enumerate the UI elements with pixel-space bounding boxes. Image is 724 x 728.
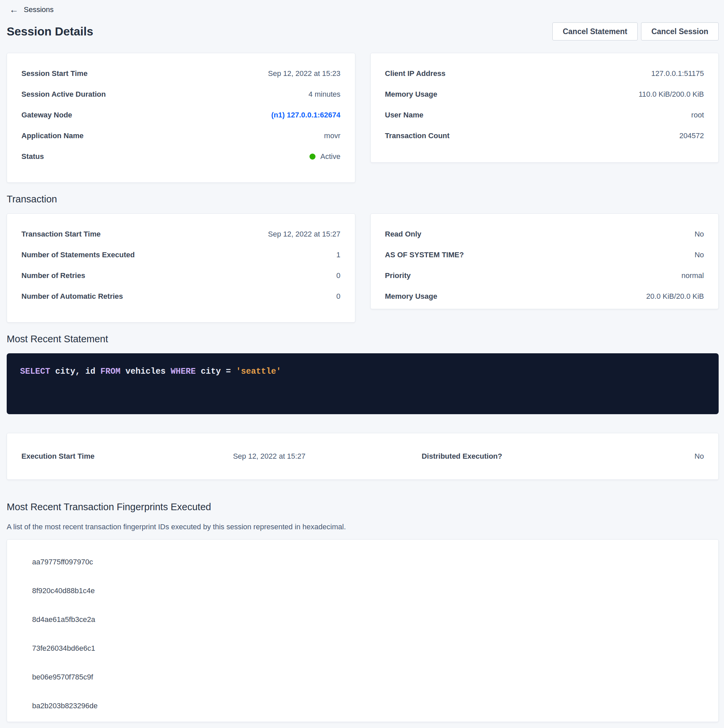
action-buttons: Cancel Statement Cancel Session <box>553 22 719 40</box>
detail-value: 1 <box>336 251 340 259</box>
detail-label: Priority <box>385 271 411 280</box>
detail-value: 20.0 KiB/20.0 KiB <box>646 292 704 301</box>
detail-label: User Name <box>385 111 424 119</box>
session-details-page: ← Sessions Session Details Cancel Statem… <box>0 0 724 722</box>
tx-memory-usage-row: Memory Usage 20.0 KiB/20.0 KiB <box>385 286 704 307</box>
detail-label: Status <box>21 152 44 161</box>
transaction-section-heading: Transaction <box>7 193 719 205</box>
user-name-row: User Name root <box>385 105 704 125</box>
automatic-retries-row: Number of Automatic Retries 0 <box>21 286 341 307</box>
detail-label: Memory Usage <box>385 90 438 99</box>
distributed-execution-label: Distributed Execution? <box>383 452 568 461</box>
sql-keyword: FROM <box>100 367 121 376</box>
detail-label: Session Start Time <box>21 69 88 78</box>
detail-value: Sep 12, 2022 at 15:27 <box>268 230 341 239</box>
detail-label: Session Active Duration <box>21 90 106 99</box>
fingerprints-section-heading: Most Recent Transaction Fingerprints Exe… <box>7 501 719 512</box>
retries-row: Number of Retries 0 <box>21 265 341 286</box>
status-badge: Active <box>309 152 341 161</box>
fingerprint-id: ba2b203b823296de <box>32 691 718 720</box>
read-only-row: Read Only No <box>385 224 704 245</box>
transaction-card-right: Read Only No AS OF SYSTEM TIME? No Prior… <box>370 213 719 309</box>
detail-label: Application Name <box>21 132 84 140</box>
detail-label: Transaction Count <box>385 132 450 140</box>
sql-statement-box: SELECT city, id FROM vehicles WHERE city… <box>7 353 719 414</box>
status-active-dot-icon <box>309 154 315 160</box>
as-of-system-time-row: AS OF SYSTEM TIME? No <box>385 245 704 265</box>
application-name-row: Application Name movr <box>21 125 341 146</box>
detail-value: 127.0.0.1:51175 <box>651 69 704 78</box>
fingerprint-id: be06e9570f785c9f <box>32 663 718 691</box>
detail-label: AS OF SYSTEM TIME? <box>385 251 464 259</box>
detail-value: 4 minutes <box>308 90 340 99</box>
detail-value: 0 <box>336 271 340 280</box>
sql-statement-text: SELECT city, id FROM vehicles WHERE city… <box>20 367 705 376</box>
sql-keyword: SELECT <box>20 367 50 376</box>
sql-string-literal: 'seattle' <box>236 367 281 376</box>
detail-label: Number of Automatic Retries <box>21 292 123 301</box>
detail-label: Transaction Start Time <box>21 230 101 239</box>
detail-label: Client IP Address <box>385 69 445 78</box>
fingerprint-id: 8d4ae61a5fb3ce2a <box>32 605 718 634</box>
execution-start-time-label: Execution Start Time <box>21 452 233 461</box>
title-row: Session Details Cancel Statement Cancel … <box>7 21 719 41</box>
status-value: Active <box>320 152 341 161</box>
sql-keyword: WHERE <box>171 367 196 376</box>
detail-value: Sep 12, 2022 at 15:23 <box>268 69 341 78</box>
sql-text: vehicles <box>121 367 171 376</box>
detail-value: No <box>695 230 704 239</box>
priority-row: Priority normal <box>385 265 704 286</box>
detail-value: 110.0 KiB/200.0 KiB <box>639 90 704 99</box>
fingerprint-id: 8f920c40d88b1c4e <box>32 577 718 605</box>
detail-value: 204572 <box>680 132 704 140</box>
back-arrow-icon: ← <box>9 5 18 14</box>
memory-usage-row: Memory Usage 110.0 KiB/200.0 KiB <box>385 84 704 105</box>
cancel-statement-button[interactable]: Cancel Statement <box>553 22 638 40</box>
detail-label: Read Only <box>385 230 422 239</box>
sql-text: city, id <box>50 367 100 376</box>
statement-section-heading: Most Recent Statement <box>7 333 719 345</box>
fingerprints-description: A list of the most recent transaction fi… <box>7 523 719 531</box>
session-card-right: Client IP Address 127.0.0.1:51175 Memory… <box>370 53 719 163</box>
page-title: Session Details <box>7 25 93 38</box>
back-link-label: Sessions <box>24 5 54 14</box>
detail-label: Memory Usage <box>385 292 438 301</box>
transaction-start-time-row: Transaction Start Time Sep 12, 2022 at 1… <box>21 224 341 245</box>
detail-value: normal <box>681 271 704 280</box>
statements-executed-row: Number of Statements Executed 1 <box>21 245 341 265</box>
execution-summary-card: Execution Start Time Sep 12, 2022 at 15:… <box>7 433 719 480</box>
status-row: Status Active <box>21 146 341 167</box>
session-card-left: Session Start Time Sep 12, 2022 at 15:23… <box>7 53 355 183</box>
transaction-count-row: Transaction Count 204572 <box>385 125 704 146</box>
distributed-execution-value: No <box>568 452 704 461</box>
breadcrumb: ← Sessions <box>7 4 719 15</box>
sql-text: city = <box>196 367 236 376</box>
session-start-time-row: Session Start Time Sep 12, 2022 at 15:23 <box>21 63 341 84</box>
fingerprint-id: aa79775ff097970c <box>32 548 718 577</box>
session-summary-grid: Session Start Time Sep 12, 2022 at 15:23… <box>7 53 719 183</box>
client-ip-row: Client IP Address 127.0.0.1:51175 <box>385 63 704 84</box>
gateway-node-link[interactable]: (n1) 127.0.0.1:62674 <box>271 111 341 119</box>
fingerprint-id: 73fe26034bd6e6c1 <box>32 634 718 663</box>
session-active-duration-row: Session Active Duration 4 minutes <box>21 84 341 105</box>
detail-label: Number of Statements Executed <box>21 251 135 259</box>
detail-value: No <box>695 251 704 259</box>
detail-value: movr <box>324 132 341 140</box>
gateway-node-row: Gateway Node (n1) 127.0.0.1:62674 <box>21 105 341 125</box>
back-to-sessions-link[interactable]: ← Sessions <box>9 5 54 14</box>
cancel-session-button[interactable]: Cancel Session <box>641 22 719 40</box>
detail-value: root <box>691 111 704 119</box>
detail-value: 0 <box>336 292 340 301</box>
fingerprints-card: aa79775ff097970c 8f920c40d88b1c4e 8d4ae6… <box>7 539 719 722</box>
transaction-grid: Transaction Start Time Sep 12, 2022 at 1… <box>7 213 719 323</box>
detail-label: Number of Retries <box>21 271 85 280</box>
transaction-card-left: Transaction Start Time Sep 12, 2022 at 1… <box>7 213 355 323</box>
execution-start-time-value: Sep 12, 2022 at 15:27 <box>233 452 383 461</box>
detail-label: Gateway Node <box>21 111 72 119</box>
